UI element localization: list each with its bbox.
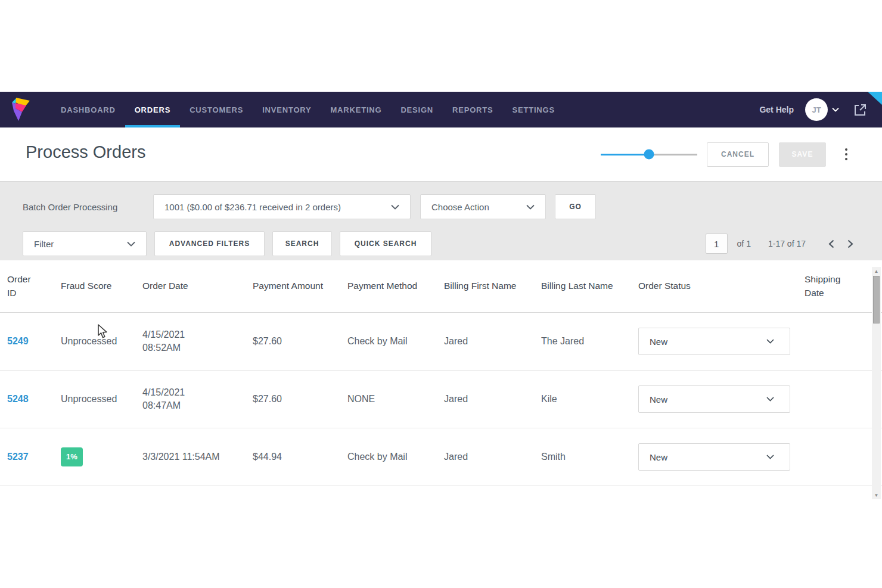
batch-order-dropdown[interactable]: 1001 ($0.00 of $236.71 received in 2 ord… xyxy=(153,194,411,219)
order-id-link[interactable]: 5248 xyxy=(7,394,29,404)
fraud-score-badge: 1% xyxy=(61,447,83,466)
nav-items: DASHBOARDORDERSCUSTOMERSINVENTORYMARKETI… xyxy=(51,92,564,127)
order-id-link[interactable]: 5237 xyxy=(7,452,29,462)
fraud-score-cell: Unprocessed xyxy=(61,335,142,348)
payment-amount-cell: $27.60 xyxy=(253,335,347,348)
table-row: 5248Unprocessed4/15/202108:47AM$27.60NON… xyxy=(0,371,882,428)
page-range-label: 1-17 of 17 xyxy=(768,239,806,248)
billing-last-name-cell: Kile xyxy=(541,393,638,406)
nav-item-design[interactable]: DESIGN xyxy=(391,92,443,127)
external-link-icon[interactable] xyxy=(853,103,867,117)
chevron-down-icon xyxy=(526,204,535,210)
filter-dropdown[interactable]: Filter xyxy=(23,231,147,256)
search-button[interactable]: SEARCH xyxy=(272,231,332,256)
nav-item-marketing[interactable]: MARKETING xyxy=(321,92,391,127)
batch-order-processing-label: Batch Order Processing xyxy=(23,202,153,212)
order-status-cell: New xyxy=(638,443,805,471)
previous-page-chevron-icon[interactable] xyxy=(822,236,841,252)
table-row: 52371%3/3/2021 11:54AM$44.94Check by Mai… xyxy=(0,428,882,486)
order-id-cell: 5248 xyxy=(7,393,61,406)
scrollbar-up-arrow-icon[interactable]: ▲ xyxy=(872,267,881,275)
quick-search-button[interactable]: QUICK SEARCH xyxy=(340,231,431,256)
nav-item-orders[interactable]: ORDERS xyxy=(125,92,180,127)
page-title: Process Orders xyxy=(26,142,145,162)
save-button[interactable]: SAVE xyxy=(779,142,826,167)
table-header-row: Order IDFraud ScoreOrder DatePayment Amo… xyxy=(0,260,882,313)
chevron-down-icon xyxy=(127,241,135,247)
column-header-fraud-score: Fraud Score xyxy=(61,279,142,293)
payment-amount-cell: $27.60 xyxy=(253,393,347,406)
nav-item-settings[interactable]: SETTINGS xyxy=(503,92,564,127)
order-date-cell: 4/15/202108:47AM xyxy=(142,386,253,413)
corner-decoration xyxy=(868,92,882,105)
header-slider[interactable] xyxy=(601,154,697,155)
scrollbar-thumb[interactable] xyxy=(873,276,880,323)
table-row: 5249Unprocessed4/15/202108:52AM$27.60Che… xyxy=(0,313,882,371)
page-number-input[interactable] xyxy=(706,234,728,254)
chevron-down-icon xyxy=(766,455,774,459)
column-header-payment-method: Payment Method xyxy=(347,279,444,293)
nav-item-reports[interactable]: REPORTS xyxy=(443,92,502,127)
chevron-down-icon xyxy=(766,397,774,402)
chevron-down-icon xyxy=(766,339,774,344)
scrollbar-down-arrow-icon[interactable]: ▼ xyxy=(872,491,881,499)
payment-method-cell: Check by Mail xyxy=(347,450,444,463)
batch-order-dropdown-value: 1001 ($0.00 of $236.71 received in 2 ord… xyxy=(164,202,341,212)
column-header-billing-first-name: Billing First Name xyxy=(444,279,541,293)
fraud-score-cell: 1% xyxy=(61,447,142,466)
more-options-kebab-icon[interactable] xyxy=(843,146,850,163)
toolbar: Batch Order Processing 1001 ($0.00 of $2… xyxy=(0,182,882,260)
pagination: of 1 1-17 of 17 xyxy=(706,231,860,256)
page-header: Process Orders CANCEL SAVE xyxy=(0,127,882,182)
table-scrollbar[interactable]: ▲ ▼ xyxy=(872,267,881,499)
order-status-value: New xyxy=(650,335,667,348)
cancel-button[interactable]: CANCEL xyxy=(707,142,769,167)
billing-first-name-cell: Jared xyxy=(444,335,541,348)
order-status-dropdown[interactable]: New xyxy=(638,385,790,413)
choose-action-dropdown-value: Choose Action xyxy=(431,202,489,212)
avatar-chevron-down-icon[interactable] xyxy=(832,107,839,112)
volusion-logo-icon[interactable] xyxy=(8,97,32,123)
filter-dropdown-value: Filter xyxy=(34,239,54,249)
nav-right: Get Help JT xyxy=(759,92,882,127)
order-date-cell: 3/3/2021 11:54AM xyxy=(142,450,253,463)
column-header-shipping-date: Shipping Date xyxy=(805,273,882,300)
chevron-down-icon xyxy=(391,204,399,210)
payment-amount-cell: $44.94 xyxy=(253,450,347,463)
user-avatar[interactable]: JT xyxy=(805,98,828,121)
column-header-order-date: Order Date xyxy=(142,279,253,293)
order-status-dropdown[interactable]: New xyxy=(638,328,790,355)
billing-first-name-cell: Jared xyxy=(444,450,541,463)
choose-action-dropdown[interactable]: Choose Action xyxy=(420,194,546,219)
get-help-link[interactable]: Get Help xyxy=(759,105,794,114)
advanced-filters-button[interactable]: ADVANCED FILTERS xyxy=(154,231,265,256)
order-id-link[interactable]: 5249 xyxy=(7,336,29,346)
top-navbar: DASHBOARDORDERSCUSTOMERSINVENTORYMARKETI… xyxy=(0,92,882,127)
fraud-score-cell: Unprocessed xyxy=(61,393,142,406)
order-status-value: New xyxy=(650,393,667,406)
nav-item-inventory[interactable]: INVENTORY xyxy=(253,92,321,127)
order-date-cell: 4/15/202108:52AM xyxy=(142,328,253,355)
column-header-order-status: Order Status xyxy=(638,279,805,293)
nav-item-customers[interactable]: CUSTOMERS xyxy=(180,92,253,127)
order-status-cell: New xyxy=(638,385,805,413)
order-id-cell: 5237 xyxy=(7,450,61,463)
order-id-cell: 5249 xyxy=(7,335,61,348)
order-status-cell: New xyxy=(638,328,805,355)
go-button[interactable]: GO xyxy=(555,194,596,219)
column-header-order-id: Order ID xyxy=(7,273,61,300)
page-of-label: of 1 xyxy=(737,239,751,248)
column-header-payment-amount: Payment Amount xyxy=(253,279,347,293)
slider-thumb[interactable] xyxy=(644,150,654,160)
payment-method-cell: Check by Mail xyxy=(347,335,444,348)
order-status-dropdown[interactable]: New xyxy=(638,443,790,471)
order-status-value: New xyxy=(650,451,667,463)
billing-last-name-cell: Smith xyxy=(541,450,638,463)
payment-method-cell: NONE xyxy=(347,393,444,406)
column-header-billing-last-name: Billing Last Name xyxy=(541,279,638,293)
next-page-chevron-icon[interactable] xyxy=(841,236,860,252)
orders-table: Order IDFraud ScoreOrder DatePayment Amo… xyxy=(0,260,882,486)
billing-last-name-cell: The Jared xyxy=(541,335,638,348)
billing-first-name-cell: Jared xyxy=(444,393,541,406)
nav-item-dashboard[interactable]: DASHBOARD xyxy=(51,92,125,127)
